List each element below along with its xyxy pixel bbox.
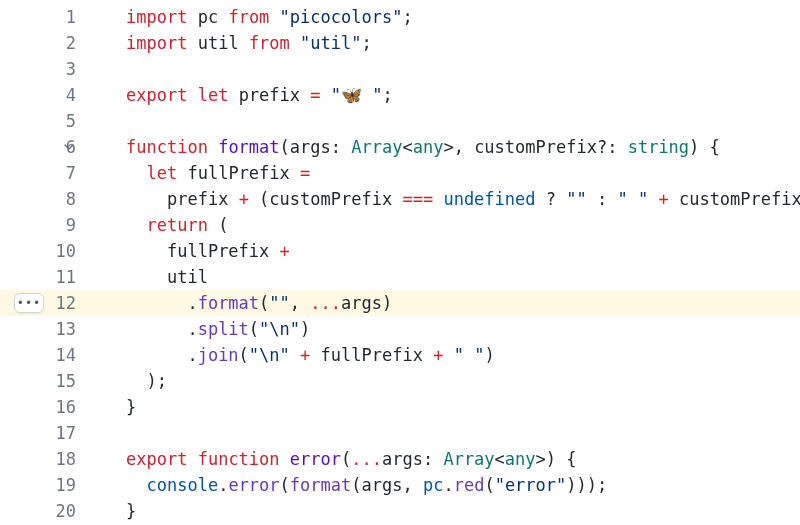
line-number[interactable]: 7: [0, 160, 90, 186]
code-content[interactable]: import pc from "picocolors";: [90, 4, 800, 30]
token-op: [187, 85, 197, 105]
code-line[interactable]: 20}: [0, 498, 800, 524]
line-number[interactable]: 8: [0, 186, 90, 212]
code-content[interactable]: return (: [90, 212, 800, 238]
token-id: customPrefix: [269, 189, 392, 209]
line-number[interactable]: 9: [0, 212, 90, 238]
token-kw: function: [126, 137, 208, 157]
code-line[interactable]: 1import pc from "picocolors";: [0, 4, 800, 30]
code-line[interactable]: 18export function error(...args: Array<a…: [0, 446, 800, 472]
code-content[interactable]: prefix + (customPrefix === undefined ? "…: [90, 186, 800, 212]
line-number[interactable]: 13: [0, 316, 90, 342]
token-op: [290, 345, 300, 365]
line-number[interactable]: 18: [0, 446, 90, 472]
line-number[interactable]: 1: [0, 4, 90, 30]
line-number[interactable]: 11: [0, 264, 90, 290]
token-op: [126, 475, 146, 495]
code-line[interactable]: •••12 .format("", ...args): [0, 290, 800, 316]
token-op: [310, 345, 320, 365]
code-content[interactable]: console.error(format(args, pc.red("error…: [90, 472, 800, 498]
token-str: "": [269, 293, 289, 313]
code-content[interactable]: [90, 56, 800, 82]
token-op: ;: [402, 7, 412, 27]
token-str: "util": [300, 33, 361, 53]
code-content[interactable]: }: [90, 394, 800, 420]
token-kw: import: [126, 7, 187, 27]
line-number[interactable]: 2: [0, 30, 90, 56]
token-kw: let: [198, 85, 229, 105]
line-number[interactable]: 3: [0, 56, 90, 82]
code-content[interactable]: util: [90, 264, 800, 290]
token-op: ): [484, 345, 494, 365]
token-id: args: [341, 293, 382, 313]
token-op: [126, 241, 167, 261]
line-number[interactable]: 17: [0, 420, 90, 446]
token-op: [126, 189, 167, 209]
code-content[interactable]: export function error(...args: Array<any…: [90, 446, 800, 472]
code-line[interactable]: 14 .join("\n" + fullPrefix + " "): [0, 342, 800, 368]
code-line[interactable]: 10 fullPrefix +: [0, 238, 800, 264]
code-line[interactable]: 3: [0, 56, 800, 82]
token-op: [443, 345, 453, 365]
line-number[interactable]: 19: [0, 472, 90, 498]
token-op: );: [126, 371, 167, 391]
token-op: [187, 449, 197, 469]
token-op: [423, 345, 433, 365]
token-call: split: [198, 319, 249, 339]
code-content[interactable]: function format(args: Array<any>, custom…: [90, 134, 800, 160]
code-content[interactable]: );: [90, 368, 800, 394]
code-line[interactable]: 6function format(args: Array<any>, custo…: [0, 134, 800, 160]
code-line[interactable]: 5: [0, 108, 800, 134]
line-number[interactable]: 16: [0, 394, 90, 420]
code-line[interactable]: 19 console.error(format(args, pc.red("er…: [0, 472, 800, 498]
token-op: (: [208, 215, 228, 235]
token-type: Array: [443, 449, 494, 469]
code-content[interactable]: import util from "util";: [90, 30, 800, 56]
token-str: ": [362, 85, 382, 105]
code-content[interactable]: [90, 108, 800, 134]
token-op: [669, 189, 679, 209]
line-number[interactable]: 14: [0, 342, 90, 368]
token-op: <: [495, 449, 505, 469]
code-content[interactable]: .join("\n" + fullPrefix + " "): [90, 342, 800, 368]
code-line[interactable]: 7 let fullPrefix =: [0, 160, 800, 186]
code-content[interactable]: [90, 420, 800, 446]
code-line[interactable]: 15 );: [0, 368, 800, 394]
code-line[interactable]: 11 util: [0, 264, 800, 290]
code-content[interactable]: export let prefix = "🦋 ";: [90, 82, 800, 108]
token-id: args: [362, 475, 403, 495]
code-content[interactable]: .format("", ...args): [90, 290, 800, 316]
token-op: ) {: [689, 137, 720, 157]
token-prop: pc: [423, 475, 443, 495]
token-op: [228, 189, 238, 209]
code-line[interactable]: 2import util from "util";: [0, 30, 800, 56]
line-number[interactable]: 12: [0, 290, 90, 316]
line-number[interactable]: 4: [0, 82, 90, 108]
line-number[interactable]: 10: [0, 238, 90, 264]
chevron-down-icon[interactable]: [60, 138, 78, 156]
token-emoji: 🦋: [341, 85, 362, 105]
line-number[interactable]: 20: [0, 498, 90, 524]
code-line[interactable]: 16}: [0, 394, 800, 420]
code-line[interactable]: 9 return (: [0, 212, 800, 238]
token-type: string: [628, 137, 689, 157]
token-op: :: [331, 137, 351, 157]
token-kw: export: [126, 85, 187, 105]
code-line[interactable]: 13 .split("\n"): [0, 316, 800, 342]
token-id: customPrefix: [679, 189, 800, 209]
code-content[interactable]: fullPrefix +: [90, 238, 800, 264]
line-number[interactable]: 15: [0, 368, 90, 394]
token-id: pc: [198, 7, 218, 27]
code-content[interactable]: }: [90, 498, 800, 524]
code-line[interactable]: 17: [0, 420, 800, 446]
token-op: .: [443, 475, 453, 495]
token-op: [269, 7, 279, 27]
code-content[interactable]: .split("\n"): [90, 316, 800, 342]
code-line[interactable]: 4export let prefix = "🦋 ";: [0, 82, 800, 108]
line-number[interactable]: 5: [0, 108, 90, 134]
code-editor[interactable]: 1import pc from "picocolors";2import uti…: [0, 0, 800, 525]
token-id: customPrefix: [474, 137, 597, 157]
code-content[interactable]: let fullPrefix =: [90, 160, 800, 186]
token-op: [126, 267, 167, 287]
code-line[interactable]: 8 prefix + (customPrefix === undefined ?…: [0, 186, 800, 212]
